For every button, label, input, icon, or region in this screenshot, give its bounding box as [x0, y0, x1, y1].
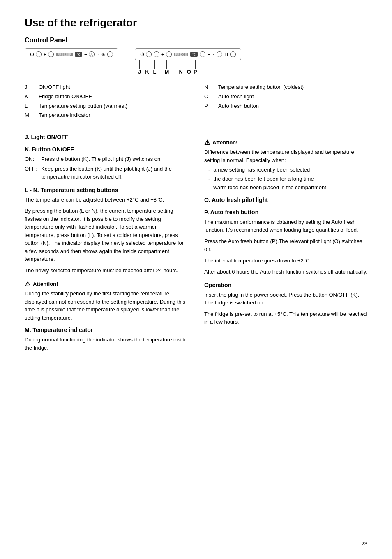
- label-o: O: [187, 69, 191, 75]
- bullet-3: warm food has been placed in the compart…: [208, 183, 367, 192]
- k-button-heading: K. Button ON/OFF: [25, 146, 188, 153]
- m-temp-text: During normal functioning the indicator …: [25, 336, 188, 352]
- attention-title-1: ⚠ Attention!: [25, 280, 188, 288]
- label-k: K: [145, 69, 149, 75]
- p-circle: [230, 51, 236, 57]
- operation-para2: The fridge is pre-set to run at +5°C. Th…: [204, 310, 367, 326]
- on-off-list: ON: Press the button (K). The pilot ligh…: [25, 155, 188, 181]
- operation-heading: Operation: [204, 282, 367, 288]
- component-list-left: JON/OFF light KFridge button ON/OFF LTem…: [25, 83, 188, 120]
- ln-temp-heading: L - N. Temperature setting buttons: [25, 187, 188, 193]
- k-circle: [154, 51, 159, 57]
- o-auto-light-heading: O. Auto fresh pilot light: [204, 197, 367, 203]
- minus-icon-left: –: [84, 52, 87, 57]
- warning-triangle-icon-2: ⚠: [204, 139, 210, 146]
- l-circle: [166, 51, 172, 57]
- attention-block-2: ⚠ Attention! Difference between the temp…: [204, 139, 367, 192]
- fridge-display: °c: [190, 52, 198, 57]
- on-item: ON: Press the button (K). The pilot ligh…: [25, 155, 188, 163]
- list-item: KFridge button ON/OFF: [25, 93, 188, 101]
- fridge-top-icon: ⊓: [224, 51, 228, 57]
- page-title: Use of the refrigerator: [25, 16, 367, 29]
- list-item: NTemperature setting button (coldest): [204, 83, 367, 92]
- attention-title-2: ⚠ Attention!: [204, 139, 367, 146]
- n-circle: [217, 51, 222, 57]
- attention-block-1: ⚠ Attention! During the stability period…: [25, 280, 188, 322]
- label-m: M: [165, 69, 169, 75]
- list-item: OAuto fresh light: [204, 93, 367, 101]
- fridge-panel-section: ⏻ + FRIDGE °c – · ⊓ J: [135, 48, 241, 75]
- m-circle: [200, 51, 205, 57]
- p-para3: The internal temperature goes down to +2…: [204, 257, 367, 265]
- fridge-panel: ⏻ + FRIDGE °c – · ⊓: [135, 48, 241, 60]
- plus-icon-left: +: [44, 52, 46, 57]
- off-item: OFF: Keep press the button (K) until the…: [25, 165, 188, 181]
- label-j: J: [138, 69, 141, 75]
- attention-intro-2: Difference between the temperature displ…: [204, 148, 367, 164]
- p-para4: After about 6 hours the Auto fresh funct…: [204, 268, 367, 276]
- freezer-panel: ⏻ + FREEZER °c – △ · ✳: [25, 48, 118, 60]
- attention-label-2: Attention!: [212, 139, 238, 146]
- bullet-1: a new setting has recently been selected: [208, 166, 367, 174]
- freezer-label: FREEZER: [56, 53, 73, 56]
- plus-icon: +: [161, 52, 164, 57]
- component-list-right: NTemperature setting button (coldest) OA…: [204, 83, 367, 110]
- j-light-heading: J. Light ON/OFF: [25, 134, 188, 140]
- off-text: Keep press the button (K) until the pilo…: [41, 165, 188, 181]
- freezer-display: °c: [75, 52, 82, 57]
- warning-triangle-icon-1: ⚠: [25, 280, 30, 288]
- k-circle-left: [48, 51, 54, 57]
- p-para2: Press the Auto fresh button (P).The rele…: [204, 237, 367, 253]
- list-item: MTemperature indicator: [25, 111, 188, 120]
- list-item: JON/OFF light: [25, 83, 188, 92]
- fridge-label: FRIDGE: [174, 53, 188, 56]
- label-p: P: [194, 69, 197, 75]
- control-panel-heading: Control Panel: [25, 37, 367, 44]
- m-circle-left: [107, 51, 113, 57]
- j-circle: [146, 51, 152, 57]
- page-number: 23: [362, 540, 367, 547]
- l-circle-left: △: [89, 51, 95, 57]
- attention-label-1: Attention!: [33, 281, 58, 287]
- list-item: PAuto fresh button: [204, 102, 367, 111]
- attention-bullets: a new setting has recently been selected…: [208, 166, 367, 192]
- operation-para1: Insert the plug in the power socket. Pre…: [204, 291, 367, 307]
- snowflake-icon: ✳: [101, 52, 105, 57]
- p-auto-button-heading: P. Auto fresh button: [204, 209, 367, 216]
- on-text: Press the button (K). The pilot light (J…: [41, 155, 162, 163]
- ln-para2: By pressing the button (L or N), the cur…: [25, 207, 188, 263]
- ln-para1: The temperature can be adjusted between …: [25, 196, 188, 204]
- control-panel-diagram: ⏻ + FREEZER °c – △ · ✳ ⏻: [25, 48, 367, 75]
- label-n: N: [179, 69, 182, 75]
- bullet-2: the door has been left open for a long t…: [208, 175, 367, 183]
- j-circle-left: [36, 51, 42, 57]
- label-l: L: [153, 69, 157, 75]
- ln-para3: The newly selected-temperature must be r…: [25, 267, 188, 275]
- p-para1: The maximum performance is obtained by s…: [204, 218, 367, 234]
- attention-text-1: During the stability period by the first…: [25, 290, 188, 322]
- m-temp-heading: M. Temperature indicator: [25, 327, 188, 333]
- minus-icon: –: [208, 52, 210, 57]
- list-item: LTemperature setting button (warmest): [25, 102, 188, 111]
